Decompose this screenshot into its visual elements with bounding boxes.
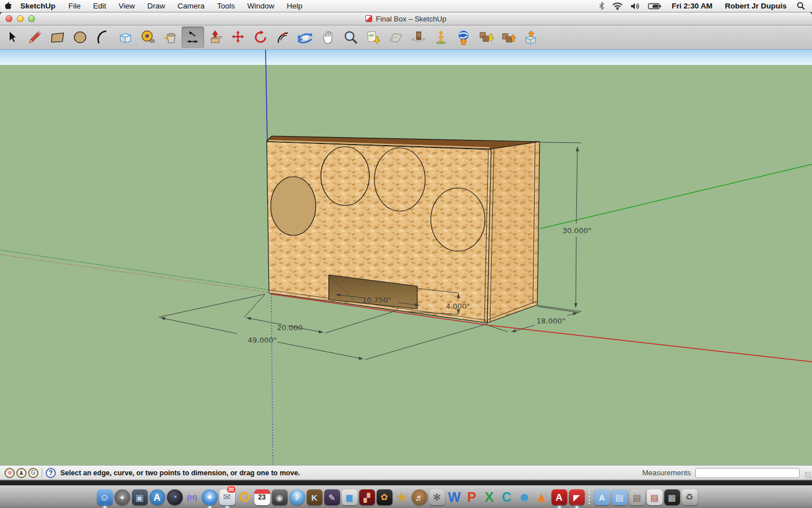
tool-arc-button[interactable]: [91, 27, 114, 48]
dock-imovie-icon[interactable]: ★: [393, 487, 411, 508]
geolocation-icon[interactable]: [5, 468, 15, 478]
dim-label-inner-width[interactable]: 20.000: [277, 323, 303, 332]
dock-idvd-theater-icon[interactable]: ▞: [358, 487, 376, 508]
dim-label-height[interactable]: 30.000": [562, 226, 591, 235]
dock-powerpoint-icon[interactable]: P: [463, 487, 480, 508]
speaker-box-model[interactable]: [267, 136, 540, 323]
menu-item-tools[interactable]: Tools: [211, 2, 241, 10]
menu-item-file[interactable]: File: [62, 2, 87, 10]
tool-rotate-button[interactable]: [249, 27, 272, 48]
dock-system-preferences-icon[interactable]: ✻: [428, 487, 445, 508]
menu-user-name[interactable]: Robert Jr Dupuis: [720, 2, 791, 10]
dock-ical-icon[interactable]: 23: [253, 487, 271, 508]
dock-excel-icon[interactable]: X: [480, 487, 498, 508]
share-component-icon: [523, 29, 539, 45]
dock-trash-icon[interactable]: ♻: [681, 487, 698, 508]
menu-item-edit[interactable]: Edit: [87, 2, 112, 10]
menu-item-camera[interactable]: Camera: [171, 2, 211, 10]
dock-stack-utilities-icon[interactable]: ▦: [663, 487, 681, 508]
dim-label-port-width[interactable]: 10.750": [362, 296, 391, 304]
dock-photo-booth-icon[interactable]: ◉: [271, 487, 288, 508]
menu-item-window[interactable]: Window: [241, 2, 280, 10]
dock-app-store-icon[interactable]: A: [148, 487, 166, 508]
dock-adobe-reader-icon[interactable]: A: [550, 487, 568, 508]
menu-app-name[interactable]: SketchUp: [17, 2, 62, 10]
dim-label-depth[interactable]: 18.000": [536, 317, 565, 325]
dock-documents-folder-icon[interactable]: ▤: [611, 487, 628, 508]
dock-pages-icon[interactable]: ✎: [323, 487, 341, 508]
dock-stack-documents-icon[interactable]: ▤: [646, 487, 663, 508]
dock-vlc-icon[interactable]: ▲: [533, 487, 550, 508]
dimension-icon: [185, 29, 201, 45]
dock-garageband-icon[interactable]: ♬: [411, 487, 428, 508]
dock-mission-control-icon[interactable]: ▣: [131, 487, 148, 508]
dim-label-port-height[interactable]: 4.000": [445, 302, 470, 310]
window-resize-grip[interactable]: [805, 472, 811, 479]
tool-photo-textures-button[interactable]: [407, 27, 430, 48]
model-viewport[interactable]: 30.000" 18.000" 49.000": [0, 50, 812, 465]
dock-mail-icon[interactable]: ✉20: [218, 487, 236, 508]
google-status-icon[interactable]: G: [28, 468, 38, 478]
dock-itunes-icon[interactable]: ♪: [288, 487, 306, 508]
speaker-hole-1[interactable]: [271, 177, 316, 235]
bluetooth-icon[interactable]: [597, 2, 607, 10]
tool-toggle-terrain-button[interactable]: [385, 27, 407, 48]
photo-textures-icon: [411, 29, 426, 45]
dock-iphoto-icon[interactable]: ✿: [376, 487, 393, 508]
measurements-input[interactable]: [695, 468, 800, 478]
dock-safari-icon[interactable]: ✦: [201, 487, 218, 508]
tool-share-component-button[interactable]: [520, 27, 542, 48]
dock-applications-folder-icon[interactable]: A: [593, 487, 611, 508]
tool-preview-google-earth-button[interactable]: [452, 27, 475, 48]
tool-rectangle-button[interactable]: [46, 27, 69, 48]
tool-add-location-button[interactable]: [362, 27, 385, 48]
apple-menu[interactable]: [0, 2, 17, 11]
menu-item-draw[interactable]: Draw: [141, 2, 171, 10]
dock-messenger-icon[interactable]: ☻: [515, 487, 533, 508]
dock-h-app-icon[interactable]: (H): [183, 487, 201, 508]
measurements-label: Measurements: [642, 468, 691, 477]
dock-keynote-icon[interactable]: K: [306, 487, 323, 508]
menu-item-help[interactable]: Help: [280, 2, 308, 10]
tool-tape-measure-button[interactable]: [136, 27, 159, 48]
dock-numbers-icon[interactable]: ▆: [341, 487, 358, 508]
tool-select-button[interactable]: [1, 27, 24, 48]
dock-sketchup-icon[interactable]: ◤: [568, 487, 585, 508]
tool-make-component-button[interactable]: [114, 27, 136, 48]
dock-quicktime-icon[interactable]: ◔: [166, 487, 183, 508]
pan-hand-icon: [320, 29, 336, 45]
tool-paint-bucket-button[interactable]: [159, 27, 182, 48]
tape-measure-icon: [140, 29, 156, 45]
window-title-bar[interactable]: Final Box – SketchUp: [0, 12, 812, 25]
volume-icon[interactable]: [628, 2, 642, 10]
help-icon[interactable]: ?: [46, 468, 56, 478]
credits-person-icon[interactable]: ♟: [16, 468, 27, 478]
wifi-icon[interactable]: [610, 2, 625, 10]
spotlight-icon[interactable]: [795, 2, 807, 10]
menu-clock[interactable]: Fri 2:30 AM: [667, 2, 717, 10]
tool-orbit-button[interactable]: [294, 27, 317, 48]
dock-finder-icon[interactable]: ☺: [96, 487, 113, 508]
dock-launchpad-icon[interactable]: ✦: [113, 487, 131, 508]
dock-outlook-icon[interactable]: O: [236, 487, 253, 508]
tool-share-model-button[interactable]: [497, 27, 520, 48]
tool-model-figure-button[interactable]: [430, 27, 452, 48]
tool-offset-button[interactable]: [272, 27, 294, 48]
dock-word-icon[interactable]: W: [445, 487, 463, 508]
tool-zoom-button[interactable]: [339, 27, 362, 48]
battery-icon[interactable]: [646, 3, 664, 10]
tool-pan-button[interactable]: [317, 27, 339, 48]
dock-communicator-icon[interactable]: C: [498, 487, 515, 508]
tool-circle-button[interactable]: [69, 27, 91, 48]
tool-line-button[interactable]: [24, 27, 46, 48]
dock-icons: ☺✦▣A◔(H)✦✉20O23◉♪K✎▆▞✿★♬✻WPXC☻▲A◤A▤▤▤▦♻: [96, 484, 698, 508]
tool-get-models-button[interactable]: [475, 27, 497, 48]
tool-dimension-button[interactable]: [182, 27, 204, 48]
dock-stack-box-icon[interactable]: ▤: [628, 487, 646, 508]
dim-label-width[interactable]: 49.000": [248, 336, 276, 344]
tool-move-button[interactable]: [227, 27, 249, 48]
tool-push-pull-button[interactable]: [204, 27, 227, 48]
menu-status-area: Fri 2:30 AM Robert Jr Dupuis: [597, 2, 812, 10]
status-bar: ♟ G ? Select an edge, curve, or two poin…: [0, 465, 812, 481]
menu-item-view[interactable]: View: [112, 2, 141, 10]
